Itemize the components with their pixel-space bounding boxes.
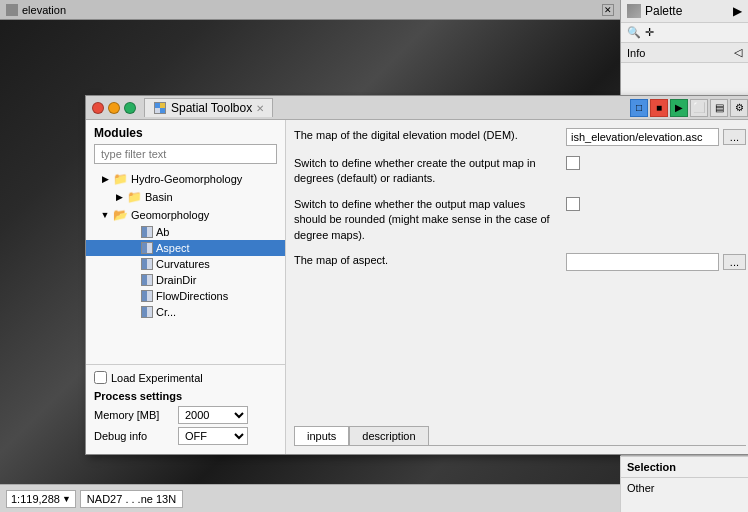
folder-icon-geomorphology: 📂: [113, 208, 128, 222]
toolbar-btn-4[interactable]: ⬜: [690, 99, 708, 117]
window-close-button[interactable]: ✕: [602, 4, 614, 16]
palette-label: Palette: [645, 4, 682, 18]
tree-label-aspect: Aspect: [156, 242, 190, 254]
toolbox-title-bar: Spatial Toolbox ✕ □ ■ ▶ ⬜ ▤ ⚙: [86, 96, 748, 120]
module-icon-flowdirections: [141, 290, 153, 302]
toolbar-btn-5[interactable]: ▤: [710, 99, 728, 117]
module-tree: ▶ 📁 Hydro-Geomorphology ▶ 📁 Basin ▼ 📂 Ge…: [86, 170, 285, 364]
palette-search-bar: 🔍 ✛: [621, 23, 748, 43]
param-dem: The map of the digital elevation model (…: [294, 128, 746, 146]
param-aspect-out-value-area: ...: [566, 253, 746, 271]
modules-label: Modules: [86, 120, 285, 144]
param-rounded-desc: Switch to define whether the output map …: [294, 197, 558, 243]
arrow-geomorphology: ▼: [100, 210, 110, 220]
status-bar: 1:119,288 ▼ NAD27 . . .ne 13N: [0, 484, 620, 512]
process-settings-label: Process settings: [94, 390, 277, 402]
info-label: Info: [627, 47, 645, 59]
rounded-checkbox[interactable]: [566, 197, 580, 211]
degrees-checkbox[interactable]: [566, 156, 580, 170]
param-degrees: Switch to define whether create the outp…: [294, 156, 746, 187]
filter-input[interactable]: [94, 144, 277, 164]
title-bar: elevation ✕: [0, 0, 620, 20]
palette-bar: Palette ▶: [621, 0, 748, 23]
toolbox-content: Modules ▶ 📁 Hydro-Geomorphology ▶ 📁 Basi…: [86, 120, 748, 454]
tree-item-more[interactable]: Cr...: [86, 304, 285, 320]
tree-label-more: Cr...: [156, 306, 176, 318]
window-controls: [92, 102, 136, 114]
tree-item-ab[interactable]: Ab: [86, 224, 285, 240]
toolbox-window: Spatial Toolbox ✕ □ ■ ▶ ⬜ ▤ ⚙ Modules ▶ …: [85, 95, 748, 455]
module-icon-more: [141, 306, 153, 318]
tree-item-flowdirections[interactable]: FlowDirections: [86, 288, 285, 304]
tree-label-ab: Ab: [156, 226, 169, 238]
folder-icon-basin: 📁: [127, 190, 142, 204]
palette-expand-icon[interactable]: ▶: [733, 4, 742, 18]
load-experimental-checkbox[interactable]: [94, 371, 107, 384]
memory-select[interactable]: 2000: [178, 406, 248, 424]
palette-icon: [627, 4, 641, 18]
debug-select[interactable]: OFF: [178, 427, 248, 445]
toolbar-btn-6[interactable]: ⚙: [730, 99, 748, 117]
tab-inputs[interactable]: inputs: [294, 426, 349, 445]
collapse-icon[interactable]: ◁: [734, 46, 742, 59]
param-aspect-out-desc: The map of aspect.: [294, 253, 558, 268]
params-panel: The map of the digital elevation model (…: [286, 120, 748, 454]
folder-icon-hydro: 📁: [113, 172, 128, 186]
info-bar: Info ◁: [621, 43, 748, 63]
module-icon-aspect: [141, 242, 153, 254]
dem-input[interactable]: [566, 128, 719, 146]
aspect-out-browse-button[interactable]: ...: [723, 254, 746, 270]
tree-item-aspect[interactable]: Aspect: [86, 240, 285, 256]
load-experimental-row: Load Experimental: [94, 371, 277, 384]
tree-item-basin[interactable]: ▶ 📁 Basin: [86, 188, 285, 206]
toolbox-maximize-button[interactable]: [124, 102, 136, 114]
module-icon-curvatures: [141, 258, 153, 270]
debug-label: Debug info: [94, 430, 174, 442]
search-icon: 🔍: [627, 26, 641, 39]
tree-label-draindir: DrainDir: [156, 274, 196, 286]
toolbar-icons: □ ■ ▶ ⬜ ▤ ⚙: [630, 99, 748, 117]
param-degrees-desc: Switch to define whether create the outp…: [294, 156, 558, 187]
module-icon-ab: [141, 226, 153, 238]
param-rounded: Switch to define whether the output map …: [294, 197, 746, 243]
selection-panel: Selection Other: [620, 456, 748, 512]
aspect-out-input[interactable]: [566, 253, 719, 271]
coord-display: NAD27 . . .ne 13N: [80, 490, 183, 508]
memory-row: Memory [MB] 2000: [94, 406, 277, 424]
toolbar-btn-1[interactable]: □: [630, 99, 648, 117]
selection-value: Other: [621, 478, 748, 498]
module-icon-draindir: [141, 274, 153, 286]
scale-value: 1:119,288: [11, 493, 60, 505]
param-rounded-value-area: [566, 197, 746, 211]
window-title: elevation: [22, 4, 66, 16]
tree-item-draindir[interactable]: DrainDir: [86, 272, 285, 288]
param-dem-value-area: ...: [566, 128, 746, 146]
param-tabs: inputs description: [294, 418, 746, 446]
bottom-left-controls: Load Experimental Process settings Memor…: [86, 364, 285, 454]
memory-label: Memory [MB]: [94, 409, 174, 421]
param-aspect-out: The map of aspect. ...: [294, 253, 746, 271]
tab-description[interactable]: description: [349, 426, 428, 445]
selection-label: Selection: [621, 457, 748, 478]
toolbar-btn-3[interactable]: ▶: [670, 99, 688, 117]
toolbar-btn-2[interactable]: ■: [650, 99, 668, 117]
tree-item-curvatures[interactable]: Curvatures: [86, 256, 285, 272]
dem-browse-button[interactable]: ...: [723, 129, 746, 145]
tree-item-hydro[interactable]: ▶ 📁 Hydro-Geomorphology: [86, 170, 285, 188]
arrow-hydro: ▶: [100, 174, 110, 184]
scale-box: 1:119,288 ▼: [6, 490, 76, 508]
modules-panel: Modules ▶ 📁 Hydro-Geomorphology ▶ 📁 Basi…: [86, 120, 286, 454]
tree-label-hydro: Hydro-Geomorphology: [131, 173, 242, 185]
toolbox-tab-close[interactable]: ✕: [256, 103, 264, 114]
toolbox-minimize-button[interactable]: [108, 102, 120, 114]
crosshair-icon[interactable]: ✛: [645, 26, 654, 39]
toolbox-tab-icon: [153, 101, 167, 115]
palette-label-container: Palette: [627, 4, 682, 18]
toolbox-close-button[interactable]: [92, 102, 104, 114]
tree-label-basin: Basin: [145, 191, 173, 203]
debug-row: Debug info OFF: [94, 427, 277, 445]
tree-item-geomorphology[interactable]: ▼ 📂 Geomorphology: [86, 206, 285, 224]
param-degrees-value-area: [566, 156, 746, 170]
toolbox-tab[interactable]: Spatial Toolbox ✕: [144, 98, 273, 117]
scale-dropdown-icon[interactable]: ▼: [62, 494, 71, 504]
